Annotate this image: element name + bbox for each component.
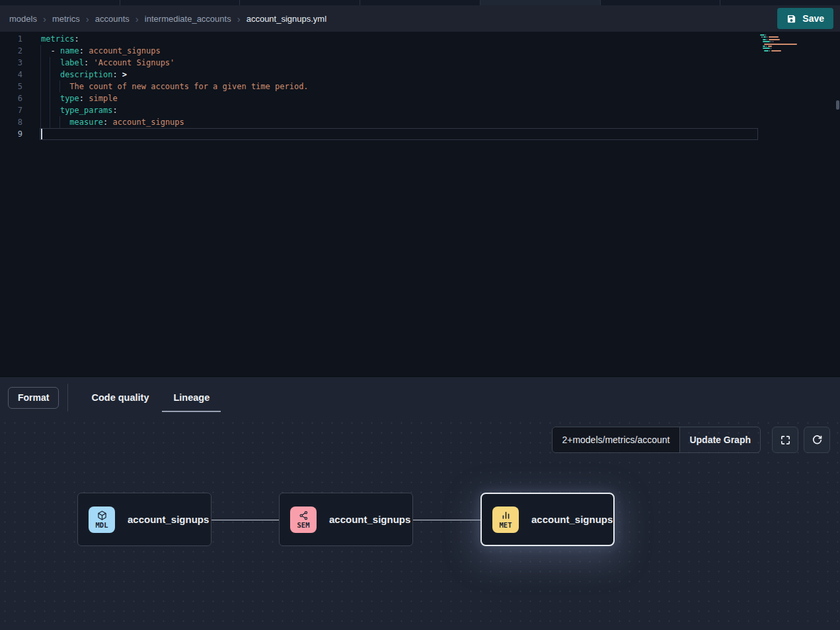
tab-code-quality[interactable]: Code quality [90, 377, 150, 418]
code-line-3[interactable]: 3 label: 'Account Signups' [0, 57, 840, 69]
refresh-icon [812, 435, 823, 446]
breadcrumb-item-account_signups.yml[interactable]: account_signups.yml [247, 14, 326, 24]
indent-guide [40, 104, 41, 116]
indent-guide [59, 116, 60, 128]
panel-tabs: Code qualityLineage [68, 377, 211, 418]
code-line-4[interactable]: 4 description: > [0, 69, 840, 81]
code-area: 1metrics:2 - name: account_signups3 labe… [0, 33, 840, 140]
line-number: 8 [0, 116, 22, 128]
semantic-model-badge: SEM [290, 507, 317, 533]
top-tab-1[interactable] [0, 0, 120, 5]
indent-guide [40, 92, 41, 104]
breadcrumb-item-models[interactable]: models [9, 14, 37, 24]
editor-scrollbar-thumb[interactable] [836, 100, 839, 110]
indent-guide [50, 116, 50, 128]
network-icon [299, 510, 309, 520]
top-tab-4[interactable] [360, 0, 480, 5]
line-number: 2 [0, 45, 22, 57]
indent-guide [40, 81, 41, 92]
line-number: 1 [0, 33, 22, 45]
minimap[interactable] [760, 33, 836, 125]
code-line-1[interactable]: 1metrics: [0, 33, 840, 45]
indent-guide [50, 69, 50, 81]
update-graph-button[interactable]: Update Graph [679, 427, 760, 452]
top-tab-5[interactable] [480, 0, 601, 5]
lineage-node-metric[interactable]: METaccount_signups [480, 493, 615, 546]
top-tab-6[interactable] [601, 0, 721, 5]
cube-icon [97, 510, 107, 520]
line-number: 5 [0, 81, 22, 92]
indent-guide [40, 116, 41, 128]
line-number: 4 [0, 69, 22, 81]
line-number: 7 [0, 104, 22, 116]
save-button[interactable]: Save [777, 8, 833, 29]
panel-tab-bar: Format Code qualityLineage [0, 377, 840, 418]
top-tab-3[interactable] [240, 0, 360, 5]
indent-guide [50, 81, 50, 92]
chevron-right-icon: › [43, 14, 46, 24]
top-tab-2[interactable] [120, 0, 241, 5]
badge-label: MDL [96, 521, 108, 529]
format-button[interactable]: Format [8, 387, 59, 409]
code-line-8[interactable]: 8 measure: account_signups [0, 116, 840, 128]
code-line-2[interactable]: 2 - name: account_signups [0, 45, 840, 57]
lineage-edge [413, 520, 480, 521]
indent-guide [59, 81, 60, 92]
bottom-panel: Format Code qualityLineage Update Graph [0, 376, 840, 630]
indent-guide [50, 104, 50, 116]
selector-input[interactable] [553, 427, 679, 452]
fullscreen-icon [780, 435, 791, 446]
tab-lineage[interactable]: Lineage [172, 377, 211, 418]
lineage-edge [211, 520, 279, 521]
breadcrumb-item-accounts[interactable]: accounts [95, 14, 130, 24]
line-number: 6 [0, 92, 22, 104]
save-icon [786, 14, 796, 24]
fullscreen-button[interactable] [772, 427, 798, 453]
indent-guide [50, 57, 50, 69]
code-editor[interactable]: 1metrics:2 - name: account_signups3 labe… [0, 32, 840, 376]
line-number: 3 [0, 57, 22, 69]
chevron-right-icon: › [86, 14, 89, 24]
breadcrumb: models›metrics›accounts›intermediate_acc… [9, 14, 326, 24]
metric-badge: MET [492, 507, 519, 533]
badge-label: MET [500, 521, 512, 529]
refresh-button[interactable] [804, 427, 830, 453]
save-button-label: Save [802, 13, 824, 24]
lineage-node-semantic-model[interactable]: SEMaccount_signups [279, 493, 413, 546]
breadcrumb-item-metrics[interactable]: metrics [52, 14, 80, 24]
model-badge: MDL [89, 507, 115, 533]
current-line-highlight [40, 128, 758, 140]
code-line-9[interactable]: 9 [0, 128, 840, 140]
node-label: account_signups [329, 514, 410, 525]
breadcrumb-item-intermediate_accounts[interactable]: intermediate_accounts [145, 14, 231, 24]
indent-guide [50, 92, 50, 104]
indent-guide [40, 45, 41, 57]
code-line-5[interactable]: 5 The count of new accounts for a given … [0, 81, 840, 92]
bar-chart-icon [501, 510, 511, 520]
code-line-6[interactable]: 6 type: simple [0, 92, 840, 104]
lineage-graph[interactable]: Update Graph MDLaccount_sign [0, 418, 840, 630]
code-line-7[interactable]: 7 type_params: [0, 104, 840, 116]
node-label: account_signups [531, 514, 613, 525]
node-label: account_signups [128, 514, 209, 525]
chevron-right-icon: › [237, 14, 241, 24]
indent-guide [40, 57, 41, 69]
top-tab-7[interactable] [720, 0, 840, 5]
breadcrumb-bar: models›metrics›accounts›intermediate_acc… [0, 5, 840, 32]
top-tab-strip [0, 0, 840, 5]
indent-guide [40, 69, 41, 81]
selector-group: Update Graph [552, 427, 761, 453]
text-cursor [41, 129, 42, 139]
line-number: 9 [0, 128, 22, 140]
badge-label: SEM [297, 521, 310, 529]
chevron-right-icon: › [135, 14, 139, 24]
lineage-node-model[interactable]: MDLaccount_signups [77, 493, 211, 546]
lineage-controls: Update Graph [552, 427, 830, 453]
